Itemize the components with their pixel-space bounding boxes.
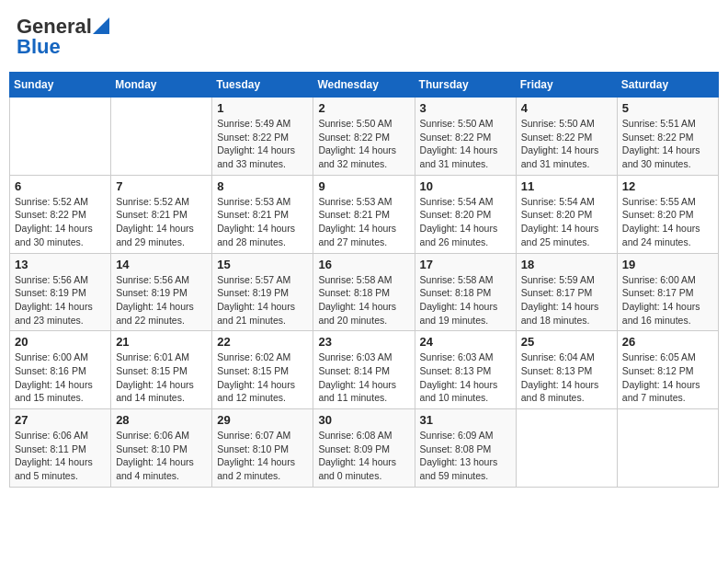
calendar-cell: 27Sunrise: 6:06 AMSunset: 8:11 PMDayligh… <box>10 409 111 488</box>
calendar-cell: 29Sunrise: 6:07 AMSunset: 8:10 PMDayligh… <box>212 409 313 488</box>
calendar-week-4: 20Sunrise: 6:00 AMSunset: 8:16 PMDayligh… <box>10 331 719 409</box>
calendar-cell: 10Sunrise: 5:54 AMSunset: 8:20 PMDayligh… <box>415 175 516 253</box>
logo: General Blue <box>17 15 109 59</box>
calendar-table: SundayMondayTuesdayWednesdayThursdayFrid… <box>9 72 719 488</box>
day-number: 13 <box>15 258 106 271</box>
weekday-header-row: SundayMondayTuesdayWednesdayThursdayFrid… <box>10 73 719 98</box>
calendar-cell <box>111 98 212 176</box>
calendar-week-1: 1Sunrise: 5:49 AMSunset: 8:22 PMDaylight… <box>10 98 719 176</box>
day-info: Sunrise: 6:09 AMSunset: 8:08 PMDaylight:… <box>420 429 511 483</box>
day-number: 3 <box>420 101 511 115</box>
calendar-cell: 24Sunrise: 6:03 AMSunset: 8:13 PMDayligh… <box>415 331 516 409</box>
day-info: Sunrise: 6:03 AMSunset: 8:14 PMDaylight:… <box>318 350 409 405</box>
day-number: 11 <box>521 179 612 193</box>
day-info: Sunrise: 5:58 AMSunset: 8:18 PMDaylight:… <box>318 273 409 327</box>
calendar-cell: 16Sunrise: 5:58 AMSunset: 8:18 PMDayligh… <box>313 253 415 331</box>
day-number: 15 <box>217 258 308 271</box>
weekday-header-thursday: Thursday <box>415 73 516 98</box>
day-info: Sunrise: 6:00 AMSunset: 8:17 PMDaylight:… <box>622 273 713 327</box>
weekday-header-saturday: Saturday <box>617 73 718 98</box>
day-number: 20 <box>15 335 106 349</box>
calendar-cell: 1Sunrise: 5:49 AMSunset: 8:22 PMDaylight… <box>212 98 313 176</box>
day-number: 2 <box>318 101 409 115</box>
calendar-cell: 2Sunrise: 5:50 AMSunset: 8:22 PMDaylight… <box>313 98 415 176</box>
weekday-header-tuesday: Tuesday <box>212 73 313 98</box>
logo-blue: Blue <box>17 35 61 59</box>
calendar-cell: 22Sunrise: 6:02 AMSunset: 8:15 PMDayligh… <box>212 331 313 409</box>
day-info: Sunrise: 5:54 AMSunset: 8:20 PMDaylight:… <box>521 195 612 249</box>
day-info: Sunrise: 6:00 AMSunset: 8:16 PMDaylight:… <box>15 350 106 405</box>
calendar-cell: 7Sunrise: 5:52 AMSunset: 8:21 PMDaylight… <box>111 175 212 253</box>
calendar-cell: 8Sunrise: 5:53 AMSunset: 8:21 PMDaylight… <box>212 175 313 253</box>
day-info: Sunrise: 5:52 AMSunset: 8:22 PMDaylight:… <box>15 195 106 249</box>
day-info: Sunrise: 5:52 AMSunset: 8:21 PMDaylight:… <box>116 195 207 249</box>
calendar-week-3: 13Sunrise: 5:56 AMSunset: 8:19 PMDayligh… <box>10 253 719 331</box>
calendar-cell: 3Sunrise: 5:50 AMSunset: 8:22 PMDaylight… <box>415 98 516 176</box>
day-info: Sunrise: 5:54 AMSunset: 8:20 PMDaylight:… <box>420 195 511 249</box>
day-number: 6 <box>15 179 106 193</box>
day-number: 29 <box>217 413 308 427</box>
day-info: Sunrise: 6:07 AMSunset: 8:10 PMDaylight:… <box>217 429 308 483</box>
day-info: Sunrise: 6:04 AMSunset: 8:13 PMDaylight:… <box>521 350 612 405</box>
day-number: 23 <box>318 335 409 349</box>
day-number: 28 <box>116 413 207 427</box>
day-info: Sunrise: 6:01 AMSunset: 8:15 PMDaylight:… <box>116 350 207 405</box>
day-number: 8 <box>217 179 308 193</box>
day-info: Sunrise: 5:56 AMSunset: 8:19 PMDaylight:… <box>15 273 106 327</box>
calendar-cell: 23Sunrise: 6:03 AMSunset: 8:14 PMDayligh… <box>313 331 415 409</box>
calendar-cell: 21Sunrise: 6:01 AMSunset: 8:15 PMDayligh… <box>111 331 212 409</box>
day-number: 1 <box>217 101 308 115</box>
calendar-cell <box>516 409 617 488</box>
day-number: 30 <box>318 413 409 427</box>
day-info: Sunrise: 5:51 AMSunset: 8:22 PMDaylight:… <box>622 117 713 171</box>
day-number: 31 <box>420 413 511 427</box>
day-number: 18 <box>521 258 612 271</box>
day-number: 24 <box>420 335 511 349</box>
logo-icon <box>93 17 109 34</box>
day-number: 12 <box>622 179 713 193</box>
day-info: Sunrise: 5:58 AMSunset: 8:18 PMDaylight:… <box>420 273 511 327</box>
calendar-cell: 13Sunrise: 5:56 AMSunset: 8:19 PMDayligh… <box>10 253 111 331</box>
calendar-cell: 31Sunrise: 6:09 AMSunset: 8:08 PMDayligh… <box>415 409 516 488</box>
calendar-cell: 19Sunrise: 6:00 AMSunset: 8:17 PMDayligh… <box>617 253 718 331</box>
calendar-cell: 20Sunrise: 6:00 AMSunset: 8:16 PMDayligh… <box>10 331 111 409</box>
calendar-cell: 18Sunrise: 5:59 AMSunset: 8:17 PMDayligh… <box>516 253 617 331</box>
calendar-cell: 17Sunrise: 5:58 AMSunset: 8:18 PMDayligh… <box>415 253 516 331</box>
calendar-cell: 6Sunrise: 5:52 AMSunset: 8:22 PMDaylight… <box>10 175 111 253</box>
day-number: 10 <box>420 179 511 193</box>
day-info: Sunrise: 6:02 AMSunset: 8:15 PMDaylight:… <box>217 350 308 405</box>
day-info: Sunrise: 5:53 AMSunset: 8:21 PMDaylight:… <box>318 195 409 249</box>
day-info: Sunrise: 5:55 AMSunset: 8:20 PMDaylight:… <box>622 195 713 249</box>
calendar-cell <box>617 409 718 488</box>
day-info: Sunrise: 5:59 AMSunset: 8:17 PMDaylight:… <box>521 273 612 327</box>
calendar-cell: 26Sunrise: 6:05 AMSunset: 8:12 PMDayligh… <box>617 331 718 409</box>
svg-marker-0 <box>93 17 109 34</box>
weekday-header-sunday: Sunday <box>10 73 111 98</box>
day-number: 16 <box>318 258 409 271</box>
calendar-cell: 25Sunrise: 6:04 AMSunset: 8:13 PMDayligh… <box>516 331 617 409</box>
calendar-cell: 5Sunrise: 5:51 AMSunset: 8:22 PMDaylight… <box>617 98 718 176</box>
calendar-week-5: 27Sunrise: 6:06 AMSunset: 8:11 PMDayligh… <box>10 409 719 488</box>
day-info: Sunrise: 6:03 AMSunset: 8:13 PMDaylight:… <box>420 350 511 405</box>
calendar-week-2: 6Sunrise: 5:52 AMSunset: 8:22 PMDaylight… <box>10 175 719 253</box>
calendar-cell: 12Sunrise: 5:55 AMSunset: 8:20 PMDayligh… <box>617 175 718 253</box>
day-info: Sunrise: 6:05 AMSunset: 8:12 PMDaylight:… <box>622 350 713 405</box>
weekday-header-wednesday: Wednesday <box>313 73 415 98</box>
page-header: General Blue <box>9 9 719 64</box>
calendar-cell: 28Sunrise: 6:06 AMSunset: 8:10 PMDayligh… <box>111 409 212 488</box>
day-number: 14 <box>116 258 207 271</box>
weekday-header-monday: Monday <box>111 73 212 98</box>
day-info: Sunrise: 6:08 AMSunset: 8:09 PMDaylight:… <box>318 429 409 483</box>
day-number: 22 <box>217 335 308 349</box>
day-info: Sunrise: 5:57 AMSunset: 8:19 PMDaylight:… <box>217 273 308 327</box>
day-info: Sunrise: 5:50 AMSunset: 8:22 PMDaylight:… <box>318 117 409 171</box>
calendar-cell: 30Sunrise: 6:08 AMSunset: 8:09 PMDayligh… <box>313 409 415 488</box>
day-number: 17 <box>420 258 511 271</box>
day-info: Sunrise: 5:50 AMSunset: 8:22 PMDaylight:… <box>420 117 511 171</box>
day-info: Sunrise: 6:06 AMSunset: 8:10 PMDaylight:… <box>116 429 207 483</box>
day-number: 25 <box>521 335 612 349</box>
day-info: Sunrise: 5:50 AMSunset: 8:22 PMDaylight:… <box>521 117 612 171</box>
day-number: 7 <box>116 179 207 193</box>
day-number: 27 <box>15 413 106 427</box>
day-number: 19 <box>622 258 713 271</box>
